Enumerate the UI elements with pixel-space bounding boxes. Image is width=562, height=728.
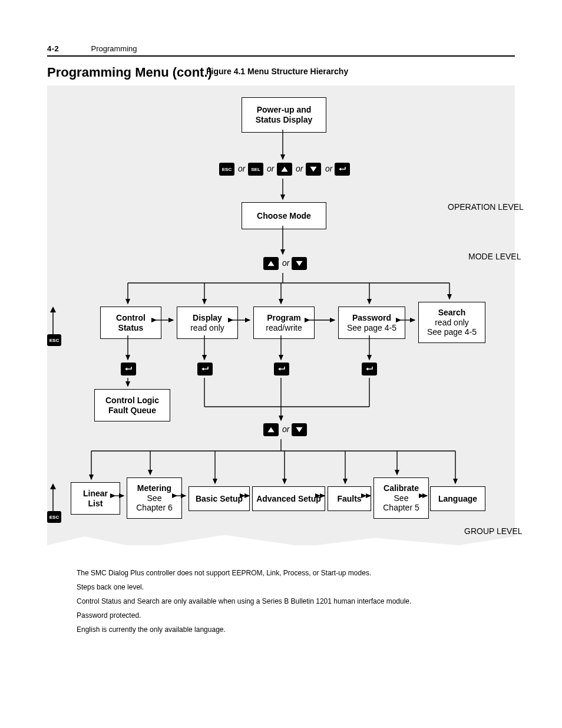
svg-marker-11 [278,368,280,371]
box-metering: MeteringSeeChapter 6 [127,477,182,519]
svg-marker-10 [201,368,204,371]
note-1: The SMC Dialog Plus controller does not … [77,566,411,580]
box-display: Displayread only [177,307,238,339]
box-advanced-setup: Advanced Setup [252,486,325,511]
box-choose-mode: Choose Mode [242,202,326,229]
up-key-icon [263,257,279,270]
level-group: GROUP LEVEL [464,526,523,536]
figure-title: Figure 4.1 Menu Structure Hierarchy [206,67,348,76]
page-header: 4-2 Programming [47,44,515,57]
enter-key-icon [121,363,136,375]
svg-marker-4 [281,167,287,172]
svg-marker-7 [267,261,274,266]
box-control-logic-fault-queue: Control LogicFault Queue [94,389,170,421]
box-linear-list: LinearList [71,482,120,515]
note-5: English is currently the only available … [77,622,411,637]
box-calibrate: CalibrateSeeChapter 5 [373,477,429,519]
svg-marker-8 [296,261,302,266]
box-faults: Faults [328,486,371,511]
enter-key-icon [274,363,289,375]
sel-key-icon: SEL [248,163,263,176]
page-number: 4-2 [47,44,59,53]
box-language: Language [430,486,485,511]
svg-marker-12 [366,368,368,371]
level-mode: MODE LEVEL [468,252,521,261]
esc-key-icon: ESC [47,511,61,523]
down-key-icon [292,423,307,436]
svg-marker-6 [339,168,341,171]
section-title: Programming Menu (cont.) [47,65,212,80]
svg-marker-13 [267,427,274,432]
svg-marker-9 [125,368,127,371]
esc-key-icon: ESC [47,334,61,346]
enter-key-icon [197,363,213,375]
footnotes: The SMC Dialog Plus controller does not … [77,566,411,637]
note-2: Steps back one level. [77,580,411,594]
box-program: Programread/write [253,307,315,339]
up-key-icon [263,423,279,436]
down-key-icon [306,163,321,176]
box-basic-setup: Basic Setup [189,486,250,511]
up-key-icon [277,163,292,176]
down-key-icon [292,257,307,270]
box-password: PasswordSee page 4-5 [338,307,405,339]
esc-key-icon: ESC [219,163,234,176]
chapter-name: Programming [91,44,137,53]
enter-key-icon [362,363,377,375]
enter-key-icon [335,163,350,176]
svg-marker-5 [310,167,316,172]
svg-marker-14 [296,427,302,432]
box-control-status: ControlStatus [100,307,161,339]
box-powerup: Power-up and Status Display [242,97,326,133]
level-operation: OPERATION LEVEL [448,202,524,212]
box-search: Searchread onlySee page 4-5 [418,302,485,343]
note-3: Control Status and Search are only avail… [77,594,411,608]
note-4: Password protected. [77,608,411,622]
